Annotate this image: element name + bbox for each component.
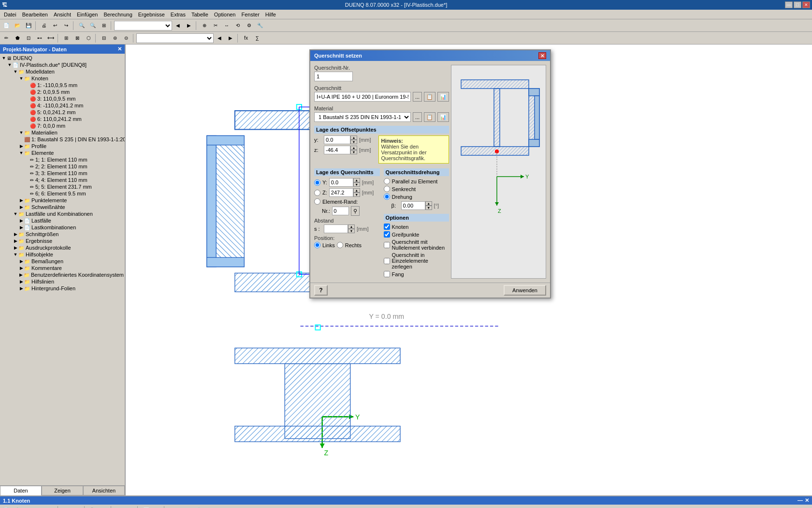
tree-toggle-icon[interactable]: ▶ [18, 204, 24, 210]
qs-input[interactable] [314, 92, 411, 102]
nr2-btn[interactable]: ⚲ [351, 206, 360, 216]
tool-1[interactable]: ⊕ [199, 20, 210, 31]
draw-btn-3[interactable]: ⊡ [23, 33, 34, 44]
tree-toggle-icon[interactable]: ▶ [18, 272, 24, 278]
tree-item[interactable]: ▶📁Hilfslinien [1, 278, 124, 285]
sidebar-tab-zeigen[interactable]: Zeigen [42, 486, 83, 495]
draw-btn-9[interactable]: ⊟ [99, 33, 109, 44]
draw-btn-8[interactable]: ⬡ [83, 33, 94, 44]
nr2-input[interactable] [332, 207, 349, 215]
tree-item[interactable]: ▼📄IV-Plastisch.due* [DUENQ8] [1, 61, 124, 68]
tree-toggle-icon[interactable]: ▶ [13, 231, 18, 237]
minimize-button[interactable]: — [785, 1, 793, 8]
material-select[interactable]: 1 Baustahl S 235 DIN EN 1993-1-1 [314, 112, 411, 122]
menubar-item-extras[interactable]: Extras [168, 11, 188, 18]
tree-item[interactable]: ✏6; 6: Element 9.5 mm [1, 190, 124, 197]
tree-toggle-icon[interactable]: ▼ [13, 211, 18, 217]
print-button[interactable]: 🖨 [39, 20, 49, 31]
tree-item[interactable]: 🔴1: -110,0,9.5 mm [1, 82, 124, 89]
tree-item[interactable]: ▶📁Kommentare [1, 265, 124, 271]
menubar-item-berechnung[interactable]: Berechnung [101, 11, 135, 18]
tree-item[interactable]: 🟫1: Baustahl S 235 | DIN EN 1993-1-1:201… [1, 136, 124, 143]
beta-input[interactable] [401, 201, 425, 210]
drehung-radio[interactable] [384, 194, 390, 200]
mat-btn-2[interactable]: 📋 [424, 112, 435, 122]
bt-btn-2[interactable]: 📋 [12, 505, 23, 508]
bottom-close-icon[interactable]: ✕ [805, 497, 809, 504]
tree-item[interactable]: ▶📁Punktelemente [1, 197, 124, 204]
save-button[interactable]: 💾 [23, 20, 34, 31]
draw-btn-2[interactable]: ⬟ [12, 33, 23, 44]
tree-item[interactable]: ▶📄Lastfälle [1, 217, 124, 224]
func-btn-2[interactable]: ∑ [252, 33, 262, 44]
tree-item[interactable]: ▶📄Lastkombinationen [1, 224, 124, 231]
lage-z-radio[interactable] [314, 190, 320, 196]
element-rand-radio[interactable] [314, 198, 320, 205]
draw-btn-5[interactable]: ⟷ [45, 33, 56, 44]
menubar-item-ansicht[interactable]: Ansicht [51, 11, 74, 18]
tree-item[interactable]: ▶📁Schweißnähte [1, 204, 124, 210]
rechts-radio[interactable] [337, 242, 343, 248]
nullelement-checkbox[interactable] [384, 242, 390, 248]
menubar-item-fenster[interactable]: Fenster [239, 11, 262, 18]
lage-y-up[interactable]: ▲ [353, 178, 360, 182]
mat-btn-3[interactable]: 📊 [437, 112, 449, 122]
offset-z-down[interactable]: ▼ [350, 150, 357, 154]
tree-toggle-icon[interactable]: ▶ [18, 224, 24, 230]
menubar-item-bearbeiten[interactable]: Bearbeiten [19, 11, 51, 18]
tool-5[interactable]: ⚙ [244, 20, 254, 31]
menubar-item-ergebnisse[interactable]: Ergebnisse [135, 11, 168, 18]
bt-btn-3[interactable]: ▶ [23, 505, 34, 508]
redo-button[interactable]: ↪ [61, 20, 72, 31]
senkrecht-radio[interactable] [384, 186, 390, 192]
bt-sum[interactable]: ∑ [182, 505, 193, 508]
beta-up[interactable]: ▲ [425, 201, 432, 206]
dialog-title[interactable]: Querschnitt setzen ✕ [310, 50, 550, 61]
tree-item[interactable]: ▼🖥DUENQ [1, 55, 124, 61]
tree-item[interactable]: ▼📁Modelldaten [1, 68, 124, 75]
tree-item[interactable]: ▶📁Schnittgrößen [1, 231, 124, 238]
tree-toggle-icon[interactable]: ▶ [13, 238, 18, 244]
apply-button[interactable]: Anwenden [504, 285, 546, 296]
menubar-item-optionen[interactable]: Optionen [211, 11, 239, 18]
tree-item[interactable]: ▶📁Bemaßungen [1, 258, 124, 265]
tree-item[interactable]: 🔴3: 110,0,9.5 mm [1, 95, 124, 102]
tree-toggle-icon[interactable]: ▶ [13, 245, 18, 251]
offset-y-down[interactable]: ▼ [350, 140, 357, 144]
fang-checkbox[interactable] [384, 271, 390, 277]
tree-item[interactable]: ▼📁Elemente [1, 149, 124, 156]
bt-btn-13[interactable]: ⚙ [152, 505, 162, 508]
beta-down[interactable]: ▼ [425, 206, 432, 210]
tree-item[interactable]: ✏1; 1: Element 110 mm [1, 156, 124, 163]
view-select[interactable] [114, 21, 172, 30]
tree-toggle-icon[interactable]: ▶ [18, 285, 24, 291]
tree-item[interactable]: ▶📁Hintergrund-Folien [1, 285, 124, 292]
tree-item[interactable]: ▼📁Lastfälle und Kombinationen [1, 210, 124, 217]
sidebar-tree[interactable]: ▼🖥DUENQ▼📄IV-Plastisch.due* [DUENQ8]▼📁Mod… [0, 54, 125, 485]
bt-btn-1[interactable]: 📄 [1, 505, 12, 508]
tree-item[interactable]: ✏2; 2: Element 110 mm [1, 163, 124, 170]
qs-btn-3[interactable]: 📊 [437, 92, 449, 102]
undo-button[interactable]: ↩ [50, 20, 60, 31]
tool-2[interactable]: ✂ [210, 20, 221, 31]
nav-right[interactable]: ▶ [184, 20, 194, 31]
menubar-item-einfügen[interactable]: Einfügen [74, 11, 101, 18]
bt-btn-12[interactable]: 📊 [141, 505, 151, 508]
bt-btn-11[interactable]: ⊗ [125, 505, 136, 508]
lage-z-down[interactable]: ▼ [353, 193, 360, 197]
open-button[interactable]: 📂 [12, 20, 23, 31]
bottom-minimize-icon[interactable]: — [798, 497, 803, 504]
einzelelemente-checkbox[interactable] [384, 258, 390, 264]
draw-btn-1[interactable]: ✏ [1, 33, 12, 44]
tree-item[interactable]: ▼📁Hilfsobjekte [1, 251, 124, 258]
tree-item[interactable]: ▼📁Knoten [1, 75, 124, 82]
tree-item[interactable]: ✏5; 5: Element 231.7 mm [1, 183, 124, 190]
new-button[interactable]: 📄 [1, 20, 12, 31]
maximize-button[interactable]: □ [794, 1, 801, 8]
tree-toggle-icon[interactable]: ▼ [1, 55, 7, 61]
greifpunkte-checkbox[interactable] [384, 231, 390, 238]
parallel-radio[interactable] [384, 178, 390, 184]
draw-btn-10[interactable]: ⊜ [110, 33, 120, 44]
qs-btn-1[interactable]: ... [413, 92, 422, 102]
func-btn-1[interactable]: fx [241, 33, 251, 44]
